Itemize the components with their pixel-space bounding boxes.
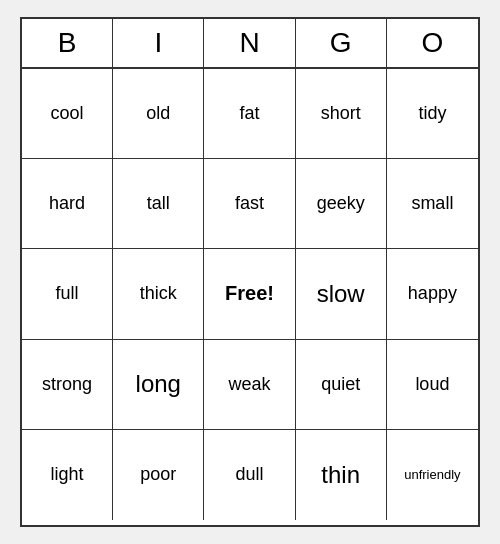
bingo-card: BINGO coololdfatshorttidyhardtallfastgee… bbox=[20, 17, 480, 527]
bingo-cell-15: strong bbox=[22, 340, 113, 430]
bingo-cell-20: light bbox=[22, 430, 113, 520]
bingo-cell-12: Free! bbox=[204, 249, 295, 339]
bingo-cell-16: long bbox=[113, 340, 204, 430]
bingo-cell-18: quiet bbox=[296, 340, 387, 430]
bingo-cell-3: short bbox=[296, 69, 387, 159]
header-letter-o: O bbox=[387, 19, 478, 67]
bingo-cell-14: happy bbox=[387, 249, 478, 339]
bingo-cell-8: geeky bbox=[296, 159, 387, 249]
bingo-cell-1: old bbox=[113, 69, 204, 159]
bingo-cell-2: fat bbox=[204, 69, 295, 159]
bingo-cell-19: loud bbox=[387, 340, 478, 430]
bingo-cell-11: thick bbox=[113, 249, 204, 339]
bingo-grid: coololdfatshorttidyhardtallfastgeekysmal… bbox=[22, 69, 478, 520]
bingo-cell-23: thin bbox=[296, 430, 387, 520]
bingo-cell-9: small bbox=[387, 159, 478, 249]
bingo-cell-10: full bbox=[22, 249, 113, 339]
header-letter-b: B bbox=[22, 19, 113, 67]
bingo-cell-22: dull bbox=[204, 430, 295, 520]
bingo-cell-5: hard bbox=[22, 159, 113, 249]
bingo-header: BINGO bbox=[22, 19, 478, 69]
bingo-cell-4: tidy bbox=[387, 69, 478, 159]
bingo-cell-24: unfriendly bbox=[387, 430, 478, 520]
bingo-cell-13: slow bbox=[296, 249, 387, 339]
bingo-cell-17: weak bbox=[204, 340, 295, 430]
bingo-cell-21: poor bbox=[113, 430, 204, 520]
header-letter-n: N bbox=[204, 19, 295, 67]
header-letter-g: G bbox=[296, 19, 387, 67]
bingo-cell-6: tall bbox=[113, 159, 204, 249]
bingo-cell-0: cool bbox=[22, 69, 113, 159]
header-letter-i: I bbox=[113, 19, 204, 67]
bingo-cell-7: fast bbox=[204, 159, 295, 249]
